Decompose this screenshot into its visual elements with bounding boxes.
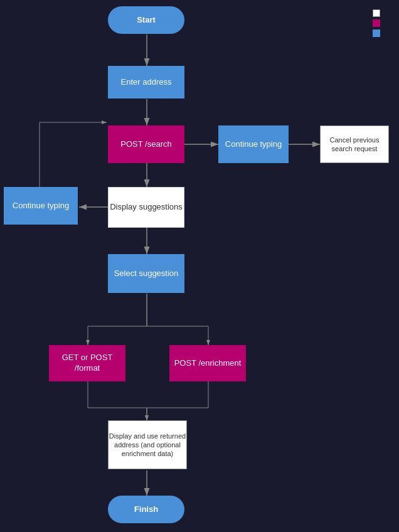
display-suggestions-node: Display suggestions	[108, 187, 184, 228]
legend	[373, 9, 380, 37]
select-suggestion-node: Select suggestion	[108, 254, 184, 293]
legend-box-api	[373, 19, 380, 27]
legend-item-ui	[373, 29, 380, 37]
finish-node: Finish	[108, 496, 184, 523]
continue-typing-left-node: Continue typing	[4, 187, 78, 225]
arrows-layer	[0, 0, 399, 532]
get-post-format-node: GET or POST /format	[49, 345, 125, 381]
legend-item-api	[373, 19, 380, 27]
cancel-previous-node: Cancel previous search request	[320, 125, 389, 163]
legend-box-ui	[373, 29, 380, 37]
legend-item-step	[373, 9, 380, 17]
enter-address-node: Enter address	[108, 66, 184, 98]
display-returned-node: Display and use returned address (and op…	[108, 420, 187, 469]
post-enrichment-node: POST /enrichment	[169, 345, 246, 381]
start-node: Start	[108, 6, 184, 34]
flowchart-diagram: Start Enter address POST /search Continu…	[0, 0, 399, 532]
continue-typing-right-node: Continue typing	[218, 125, 289, 163]
post-search-node: POST /search	[108, 125, 184, 163]
legend-box-step	[373, 9, 380, 17]
